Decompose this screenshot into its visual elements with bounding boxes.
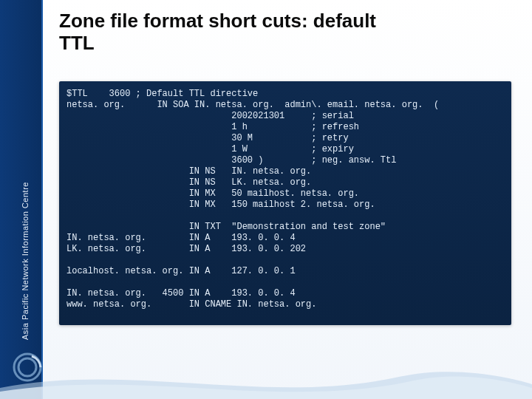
code-line: 30 M ; retry [66,133,504,144]
code-line [66,277,504,288]
sidebar: Asia Pacific Network Information Centre [0,0,43,399]
code-line: netsa. org. IN SOA IN. netsa. org. admin… [66,100,504,111]
code-line [66,211,504,222]
code-line: IN MX 150 mailhost 2. netsa. org. [66,200,504,211]
slide: Asia Pacific Network Information Centre … [0,0,532,399]
code-line: $TTL 3600 ; Default TTL directive [66,89,504,100]
apnic-logo-icon [10,350,44,384]
zone-file-code-block: $TTL 3600 ; Default TTL directive netsa.… [59,81,511,325]
code-line: IN. netsa. org. IN A 193. 0. 0. 4 [66,233,504,244]
code-line [66,255,504,266]
slide-title-line2: TTL [59,33,502,55]
code-line: IN TXT "Demonstration and test zone" [66,222,504,233]
code-line: 1 W ; expiry [66,144,504,155]
code-line: localhost. netsa. org. IN A 127. 0. 0. 1 [66,266,504,277]
svg-point-1 [18,358,36,376]
sidebar-org-text: Asia Pacific Network Information Centre [21,182,30,340]
code-line: 2002021301 ; serial [66,111,504,122]
code-line: 3600 ) ; neg. answ. Ttl [66,155,504,166]
code-line: www. netsa. org. IN CNAME IN. netsa. org… [66,299,504,310]
apnic-logo-label: APNIC [12,387,35,395]
wave-accent-icon [0,355,532,399]
code-line: IN MX 50 mailhost. netsa. org. [66,188,504,200]
code-line: IN NS LK. netsa. org. [66,177,504,188]
code-line: IN NS IN. netsa. org. [66,166,504,177]
slide-title-line1: Zone file format short cuts: default [59,10,502,33]
code-line: IN. netsa. org. 4500 IN A 193. 0. 0. 4 [66,288,504,299]
slide-title: Zone file format short cuts: default TTL [59,10,502,55]
code-line: 1 h ; refresh [66,122,504,133]
code-line: LK. netsa. org. IN A 193. 0. 0. 202 [66,244,504,255]
